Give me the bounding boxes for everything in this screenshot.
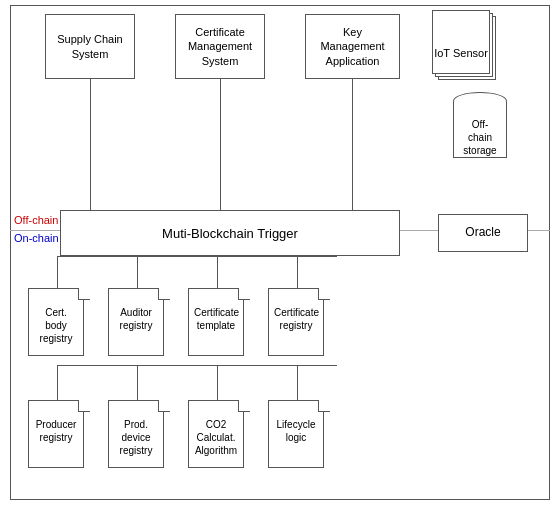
auditor-registry-doc: Auditor registry: [108, 288, 170, 360]
v-line-4: [297, 256, 299, 288]
line-supply-chain-h: [90, 210, 240, 211]
trigger-box: Muti-Blockchain Trigger: [60, 210, 400, 256]
v-line-r2-1: [57, 365, 59, 400]
diagram-container: Supply Chain System Certificate Manageme…: [0, 0, 559, 506]
v-line-3: [217, 256, 219, 288]
supply-chain-label: Supply Chain System: [57, 32, 122, 61]
line-trigger-row1-h: [57, 256, 337, 257]
line-key-mgmt: [352, 79, 354, 210]
key-mgmt-box: Key Management Application: [305, 14, 400, 79]
v-line-1: [57, 256, 59, 288]
trigger-label: Muti-Blockchain Trigger: [162, 226, 298, 241]
producer-registry-doc: Producer registry: [28, 400, 90, 472]
v-line-r2-3: [217, 365, 219, 400]
iot-page-front: IoT Sensor: [432, 10, 490, 74]
line-supply-chain: [90, 79, 92, 210]
v-line-r2-2: [137, 365, 139, 400]
line-row1-row2-h: [57, 365, 337, 366]
certificate-mgmt-box: Certificate Management System: [175, 14, 265, 79]
line-cert-mgmt: [220, 79, 222, 210]
offchain-zone-label: Off-chain: [14, 214, 58, 226]
iot-label: IoT Sensor: [434, 47, 488, 59]
v-line-2: [137, 256, 139, 288]
prod-device-registry-doc: Prod. device registry: [108, 400, 170, 472]
onchain-zone-label: On-chain: [14, 232, 59, 244]
offchain-storage: Off- chain storage: [450, 92, 510, 162]
v-line-r2-4: [297, 365, 299, 400]
oracle-box: Oracle: [438, 214, 528, 252]
certificate-registry-doc: Certificate registry: [268, 288, 330, 360]
supply-chain-box: Supply Chain System: [45, 14, 135, 79]
co2-calculation-doc: CO2 Calculat. Algorithm: [188, 400, 250, 472]
offchain-storage-label: Off- chain storage: [453, 118, 507, 157]
cert-body-registry-doc: Cert. body registry: [28, 288, 90, 360]
certificate-mgmt-label: Certificate Management System: [188, 25, 252, 68]
lifecycle-logic-doc: Lifecycle logic: [268, 400, 330, 472]
key-mgmt-label: Key Management Application: [320, 25, 384, 68]
oracle-label: Oracle: [465, 225, 500, 241]
certificate-template-doc: Certificate template: [188, 288, 250, 360]
